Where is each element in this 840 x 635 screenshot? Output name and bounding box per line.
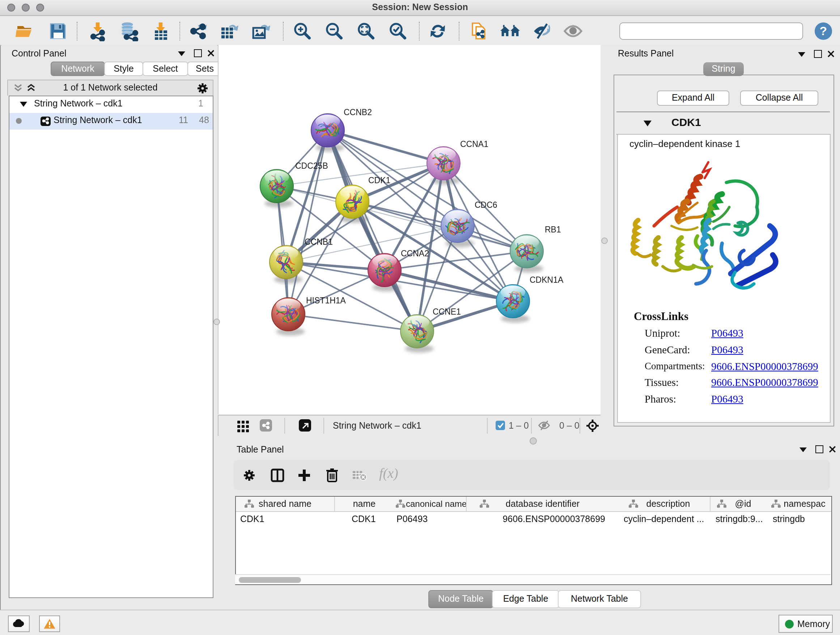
svg-text:CCNA1: CCNA1 [460,139,488,149]
svg-text:?: ? [820,24,827,38]
svg-text:CDC6: CDC6 [475,200,497,210]
svg-text:CCNB1: CCNB1 [305,237,333,247]
svg-text:CCNA2: CCNA2 [401,249,429,258]
svg-text:RB1: RB1 [545,225,561,234]
svg-text:CDKN1A: CDKN1A [530,275,564,285]
svg-text:CDC25B: CDC25B [295,161,328,171]
svg-text:CCNE1: CCNE1 [433,307,461,317]
svg-text:CDK1: CDK1 [368,176,390,185]
svg-text:CCNB2: CCNB2 [344,108,372,117]
svg-text:HIST1H1A: HIST1H1A [306,296,346,305]
